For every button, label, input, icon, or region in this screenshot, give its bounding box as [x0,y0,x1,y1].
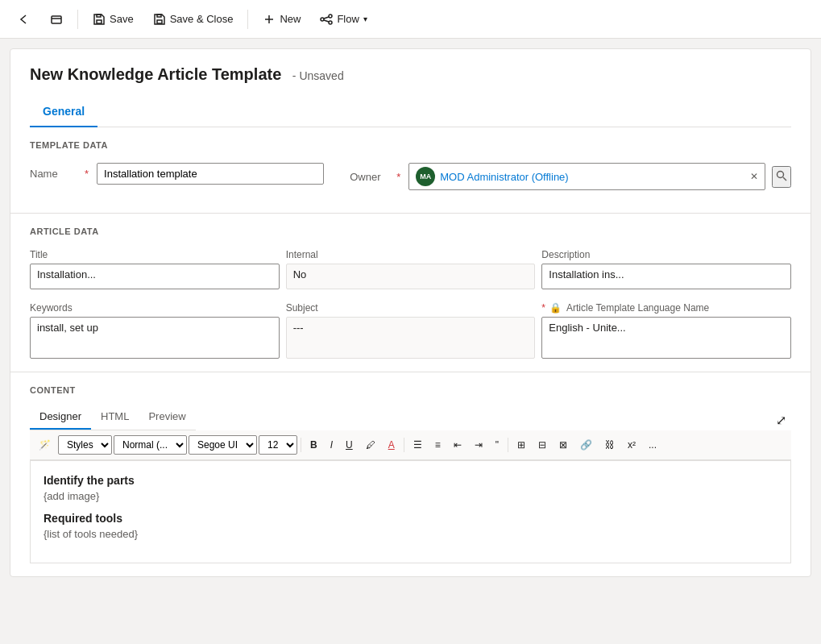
tab-html[interactable]: HTML [91,405,139,430]
editor-placeholder-2: {list of tools needed} [44,528,777,540]
main-toolbar: Save Save & Close New Fl [0,0,821,39]
lang-required: * [541,302,545,314]
article-data-row-1: Title Installation... Internal No Descri… [30,249,791,359]
toolbar-sep-2 [404,438,404,452]
back-button[interactable] [10,8,39,31]
link-button[interactable]: 🔗 [574,436,598,454]
toolbar-sep-3 [508,438,508,452]
flow-label: Flow [337,13,359,25]
save-close-button[interactable]: Save & Close [145,8,242,31]
unsaved-indicator: - Unsaved [292,69,344,82]
expand-button[interactable] [42,8,71,31]
save-close-label: Save & Close [170,13,234,25]
unlink-button[interactable]: ⛓ [599,436,620,454]
title-value[interactable]: Installation... [30,264,280,289]
template-data-section: TEMPLATE DATA Name * Owner * MA MO [10,127,811,214]
subject-value[interactable]: --- [286,317,536,359]
table-button[interactable]: ⊞ [512,436,531,454]
template-data-row: Name * Owner * MA MOD Administrator (Off… [30,163,791,190]
svg-point-13 [777,171,784,177]
subject-field: Subject --- [286,302,536,359]
new-label: New [280,13,301,25]
list-button[interactable]: ≡ [429,436,446,454]
title-field: Title Installation... [30,249,280,289]
main-tabs: General [30,97,791,127]
toolbar-sep-1 [301,438,301,452]
flow-dropdown-icon[interactable]: ▾ [363,15,367,23]
main-content: New Knowledge Article Template - Unsaved… [10,48,811,577]
quote-button[interactable]: " [490,436,504,454]
svg-line-14 [783,177,786,181]
svg-line-12 [324,20,329,22]
toolbar-separator-1 [77,10,78,29]
svg-point-10 [329,21,332,24]
keywords-field: Keywords install, set up [30,302,280,359]
internal-label: Internal [286,249,536,260]
editor-placeholder-1: {add image} [44,490,777,502]
name-input[interactable] [97,163,324,185]
subject-label: Subject [286,302,536,314]
description-field: Description Installation ins... [541,249,791,289]
new-button[interactable]: New [255,8,309,31]
outdent-button[interactable]: ⇤ [448,436,467,454]
svg-rect-5 [157,15,161,17]
size-select[interactable]: 12 [259,435,297,455]
internal-value[interactable]: No [286,264,536,289]
save-label: Save [110,13,134,25]
align-left-button[interactable]: ☰ [408,436,428,454]
owner-name: MOD Administrator (Offline) [440,171,745,183]
content-toolbar: 🪄 Styles Normal (... Segoe UI 12 B I U 🖊 [30,430,791,460]
bold-button[interactable]: B [305,436,323,454]
template-data-title: TEMPLATE DATA [30,140,791,150]
svg-point-8 [321,18,324,21]
page-header: New Knowledge Article Template - Unsaved… [10,49,811,127]
content-tabs: Designer HTML Preview [30,405,196,430]
highlight-button[interactable]: 🖊 [360,436,381,454]
align-center-button[interactable]: ⊟ [533,436,552,454]
svg-rect-3 [97,15,101,17]
owner-field: Owner * MA MOD Administrator (Offline) ✕ [350,163,791,190]
tab-preview[interactable]: Preview [139,405,195,430]
page-title: New Knowledge Article Template - Unsaved [30,65,791,84]
font-color-button[interactable]: A [383,436,400,454]
tab-general[interactable]: General [30,97,97,127]
name-required: * [85,168,89,180]
indent-button[interactable]: ⇥ [469,436,488,454]
italic-button[interactable]: I [325,436,338,454]
name-label: Name [30,168,78,180]
owner-remove-button[interactable]: ✕ [750,171,758,182]
underline-button[interactable]: U [340,436,359,454]
tab-designer[interactable]: Designer [30,405,91,430]
content-editor[interactable]: Identify the parts {add image} Required … [30,460,791,563]
toolbar-separator-2 [247,10,248,29]
lang-field: * 🔒 Article Template Language Name Engli… [541,302,791,359]
title-label: Title [30,249,280,260]
svg-line-11 [324,17,329,19]
normal-select[interactable]: Normal (... [114,435,187,455]
svg-rect-2 [97,20,102,23]
save-button[interactable]: Save [85,8,142,31]
owner-search-button[interactable] [772,166,791,188]
wand-button[interactable]: 🪄 [33,436,56,454]
editor-heading-2: Required tools [44,512,777,525]
lang-value[interactable]: English - Unite... [541,317,791,359]
keywords-value[interactable]: install, set up [30,317,280,359]
lock-icon: 🔒 [549,302,562,314]
superscript-button[interactable]: x² [622,436,641,454]
page-title-text: New Knowledge Article Template [30,65,281,83]
align-right-button[interactable]: ⊠ [554,436,573,454]
owner-required: * [396,171,400,183]
editor-heading-1: Identify the parts [44,474,777,487]
svg-point-9 [329,15,332,18]
content-section: CONTENT Designer HTML Preview ⤢ 🪄 Styles… [10,372,811,576]
avatar-initials: MA [420,172,431,181]
font-select[interactable]: Segoe UI [189,435,257,455]
flow-button[interactable]: Flow ▾ [312,8,375,31]
styles-select[interactable]: Styles [58,435,112,455]
more-button[interactable]: ... [643,436,662,454]
description-label: Description [541,249,791,260]
lang-label-text: Article Template Language Name [566,302,709,314]
expand-content-button[interactable]: ⤢ [771,410,791,430]
description-value[interactable]: Installation ins... [541,264,791,289]
article-data-section: ARTICLE DATA Title Installation... Inter… [10,214,811,372]
